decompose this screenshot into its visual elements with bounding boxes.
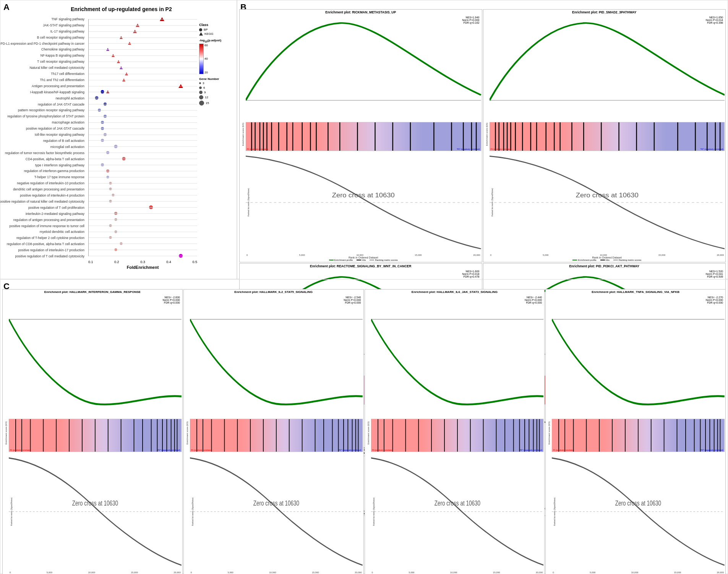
grid-line-28 [89,189,197,189]
p2-label: "P2" (negatively correlated) [157,449,180,451]
y-label-32: interleukin-2-mediated signaling pathway [26,212,84,216]
b-plot-grid: Enrichment plot: RICKMAN_METASTASIS_UPEn… [239,9,726,285]
gsea-title: Enrichment plot: HALLMARK_INTERFERON_GAM… [3,290,182,294]
grid-line-38 [89,250,197,250]
gene-dot-9: 9 [199,91,237,94]
y-label-15: pattern recognition receptor signaling p… [18,108,84,112]
grid-line-1 [89,25,197,26]
y-axis-text: Enrichment score (ES) [548,421,550,444]
nes-value: NES=1.520 [706,270,723,273]
ranked-metric-svg: Zero cross at 10630 [246,151,481,254]
grid-line-11 [89,86,197,86]
p2-label: "P2" (negatively correlated) [338,449,362,451]
hits-svg [9,419,182,452]
gsea-plot: Enrichment plot: HALLMARK_IL6_JAK_STAT3_… [365,289,545,574]
grid-line-5 [89,49,197,50]
hits-svg [246,122,481,151]
gsea-stats: NES=1.940Norm P=0.000FDR q=0.162 [462,16,479,24]
bp-dot-icon [199,28,202,31]
gsea-plot: Enrichment plot: HALLMARK_TNFA_SIGNALING… [545,289,726,574]
legend-line-sample [370,260,374,260]
x-axis-title: Rank in Ordered Dataset [246,256,481,259]
es-section: NES= -2.600Norm P=0.000FDR q=0.000 [9,294,182,419]
p2-label: "P2" (negatively correlated) [519,449,543,451]
svg-rect-160 [371,294,544,419]
ranked-y-axis-label: Ranked list metric (Signal2Noise) [190,452,195,571]
y-label-34: positive regulation of immune response t… [9,224,84,228]
gene-dot-icon-15 [199,101,204,106]
grid-line-29 [89,195,197,195]
p2-label: "P2" (negatively correlated) [700,449,723,451]
y-label-12: I-kappaB kinase/NF-kappaB signaling [30,90,84,94]
ranked-y-axis-text: Ranked list metric (Signal2Noise) [373,498,375,526]
grid-line-21 [89,146,197,147]
legend-line-sample [357,260,361,260]
y-axis-labels: TNF signaling pathwayJAK-STAT signaling … [14,19,86,256]
y-axis-label: Enrichment score (ES) [3,294,9,571]
x-tick-5: 0.5 [192,260,197,264]
y-axis-text: Enrichment score (ES) [186,421,188,444]
legend-item: Enrichment profile [329,259,353,261]
svg-rect-184 [552,294,725,419]
legend-line-sample [613,260,618,260]
panel-a: A Enrichment of up-regulated genes in P2… [0,0,237,279]
gene-size-6: 6 [203,86,205,89]
ranked-section: Zero cross at 10630Ranked list metric (S… [190,452,363,571]
p1-label: P1 (positively correlated) [553,449,574,451]
ranked-y-axis-text: Ranked list metric (Signal2Noise) [491,188,493,216]
es-section: NES=1.650Norm P=0.014FDR q=0.398 [490,15,725,122]
p2-label: "P2" (negatively correlated) [457,148,480,150]
grid-line-16 [89,116,197,117]
main-container: A Enrichment of up-regulated genes in P2… [0,0,728,574]
c-plot-grid: Enrichment plot: HALLMARK_INTERFERON_GAM… [2,289,726,574]
legend-bar: Enrichment profileHitsRanking metric sco… [246,259,481,261]
svg-rect-136 [190,294,363,419]
x-tick-3: 0.3 [140,260,145,264]
fdr-q: FDR q=0.162 [462,21,479,24]
y-label-5: Chemokine signaling pathway [41,47,84,51]
grid-line-3 [89,37,197,38]
gene-dot-3: 3 [199,81,237,85]
p1-label: P1 (positively correlated) [372,449,393,451]
y-axis-text: Enrichment score (ES) [242,123,244,146]
color-max: 60 [204,44,208,47]
enrichment-curve-svg [246,15,481,122]
y-label-3: B cell receptor signaling pathway [37,36,84,39]
ranked-y-axis-text: Ranked list metric (Signal2Noise) [247,188,250,216]
norm-p: Norm P=0.018 [462,273,479,275]
nes-value: NES= -2.600 [162,296,180,299]
ranked-metric-svg: Zero cross at 10630 [190,452,363,571]
legend-label: Ranking metric scores [375,259,397,261]
y-label-17: macrophage activation [52,120,84,124]
grid-line-23 [89,159,197,159]
y-label-13: neutrophil activation [55,96,84,100]
es-section: NES=1.940Norm P=0.000FDR q=0.162 [246,15,481,122]
ranked-y-axis-label: Ranked list metric (Signal2Noise) [552,452,557,571]
legend-item: Enrichment profile [572,259,596,261]
p1-label: P1 (positively correlated) [491,148,512,150]
y-label-29: positive regulation of interleukin-4 pro… [20,194,84,197]
gene-size-9: 9 [204,91,206,94]
y-label-25: regulation of interferon-gamma productio… [24,169,84,173]
x-tick-4: 0.4 [166,260,171,264]
y-axis-text: Enrichment score (ES) [5,421,7,444]
gene-size-3: 3 [203,81,204,85]
ranked-metric-svg: Zero cross at 10630 [9,452,182,571]
gene-number-legend: Gene Number 3 6 9 [199,77,237,106]
color-section: P1 (positively correlated)"P2" (negative… [246,122,481,151]
enrichment-curve-svg [190,294,363,419]
y-label-6: NF-kappa B signaling pathway [41,54,84,57]
panel-a-title: Enrichment of up-regulated genes in P2 [10,6,233,12]
ranked-y-axis-text: Ranked list metric (Signal2Noise) [553,498,556,526]
legend-bar: Enrichment profileHitsRanking metric sco… [490,259,725,261]
ranked-section: Zero cross at 10630Ranked list metric (S… [371,452,544,571]
gsea-stats: NES= -2.440Norm P=0.000FDR q=0.000 [525,296,542,304]
svg-rect-28 [490,15,725,122]
y-label-37: regulation of CD8-positive, alpha-beta T… [7,242,84,246]
kegg-label: KEGG [204,32,213,36]
legend-item: Ranking metric scores [613,259,641,261]
color-mid: 40 [204,57,208,60]
nes-value: NES=1.940 [462,16,479,19]
norm-p: Norm P=0.000 [344,299,361,301]
grid-line-6 [89,55,197,56]
